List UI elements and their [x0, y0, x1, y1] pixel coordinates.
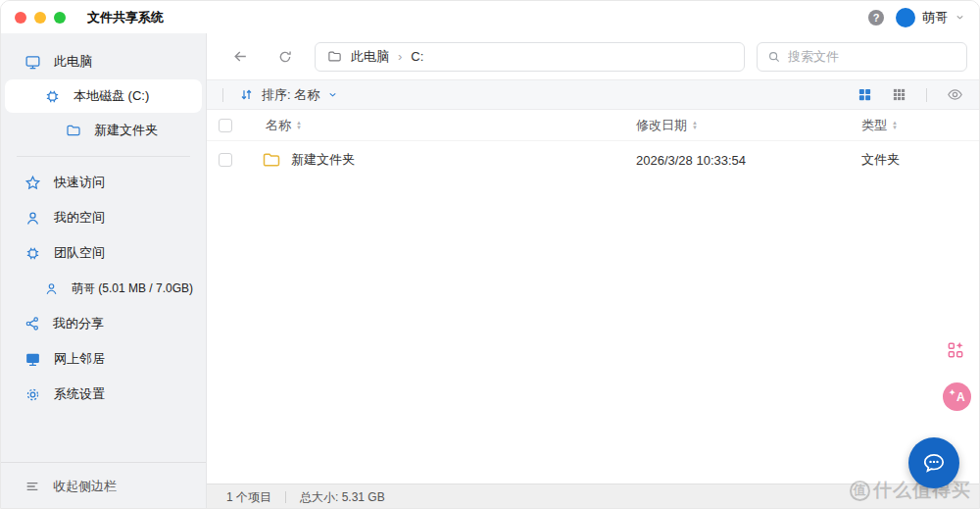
sidebar-item-label: 此电脑 [54, 53, 92, 71]
column-header-name[interactable]: 名称 ▲▼ [266, 117, 302, 134]
search-icon [767, 50, 781, 64]
sortbar-divider [222, 88, 223, 102]
sort-arrows-icon: ▲▼ [892, 121, 898, 130]
user-menu[interactable]: 萌哥 [896, 8, 965, 27]
sort-bar: 排序: 名称 [207, 79, 979, 110]
chat-button[interactable] [908, 437, 959, 488]
monitor-filled-icon [24, 351, 41, 368]
user-name: 萌哥 [922, 9, 948, 26]
star-icon [24, 175, 41, 191]
gear-icon [24, 386, 41, 403]
breadcrumb-root[interactable]: 此电脑 [351, 48, 389, 66]
file-name[interactable]: 新建文件夹 [291, 151, 355, 169]
grid-view-small-icon[interactable] [892, 87, 906, 102]
sidebar-item-user-storage[interactable]: 萌哥 (5.01 MB / 7.0GB) [1, 271, 206, 306]
file-modified-date: 2026/3/28 10:33:54 [636, 153, 746, 168]
select-all-checkbox[interactable] [219, 119, 232, 132]
sidebar-item-label: 本地磁盘 (C:) [74, 87, 149, 105]
app-window: 文件共享系统 ? 萌哥 此电脑 [0, 0, 980, 509]
sort-arrows-icon: ▲▼ [296, 121, 302, 130]
folder-icon [66, 123, 81, 138]
view-controls-divider [926, 88, 927, 102]
disk-icon [24, 245, 41, 262]
sidebar-item-label: 团队空间 [54, 244, 105, 262]
table-row[interactable]: 新建文件夹 2026/3/28 10:33:54 文件夹 [207, 141, 979, 178]
refresh-button[interactable] [273, 49, 297, 65]
titlebar-right: ? 萌哥 [868, 8, 965, 27]
share-icon [24, 316, 40, 331]
folder-icon [327, 49, 342, 64]
collapse-sidebar-label: 收起侧边栏 [53, 478, 117, 495]
row-checkbox[interactable] [219, 153, 232, 167]
breadcrumb-current[interactable]: C: [411, 49, 423, 64]
monitor-icon [24, 54, 41, 71]
sidebar-item-quick-access[interactable]: 快速访问 [1, 165, 206, 200]
search-input[interactable] [788, 49, 956, 64]
sidebar-item-new-folder[interactable]: 新建文件夹 [1, 113, 206, 148]
watermark-badge: 值 [850, 481, 870, 501]
main-panel: 此电脑 › C: 排序: 名称 [207, 33, 979, 509]
eye-icon[interactable] [947, 86, 963, 103]
avatar [896, 8, 915, 27]
item-count: 1 个项目 [226, 489, 271, 506]
translate-icon[interactable]: ✦A [943, 382, 971, 411]
app-title: 文件共享系统 [87, 9, 164, 26]
sort-control[interactable]: 排序: 名称 [239, 86, 338, 104]
help-icon[interactable]: ? [868, 10, 884, 25]
back-button[interactable] [228, 48, 252, 65]
search-box[interactable] [757, 42, 967, 72]
column-header-modified[interactable]: 修改日期 ▲▼ [636, 117, 698, 134]
sort-label: 排序: 名称 [262, 86, 319, 104]
sort-arrows-icon: ▲▼ [692, 121, 698, 130]
sidebar-item-label: 网上邻居 [54, 350, 105, 368]
breadcrumb[interactable]: 此电脑 › C: [315, 42, 745, 72]
grid-view-large-icon[interactable] [858, 87, 872, 102]
sidebar-item-my-shares[interactable]: 我的分享 [1, 306, 206, 341]
navigation-toolbar: 此电脑 › C: [207, 33, 979, 79]
sidebar-item-label: 快速访问 [54, 174, 105, 191]
chat-bubble-icon [921, 450, 947, 476]
sidebar-item-my-space[interactable]: 我的空间 [1, 200, 206, 235]
chevron-down-icon [327, 89, 338, 100]
sidebar-item-this-pc[interactable]: 此电脑 [1, 44, 206, 79]
sidebar: 此电脑 本地磁盘 (C:) 新建文件夹 快速访问 [1, 33, 207, 509]
zoom-button[interactable] [54, 12, 66, 24]
sort-icon [239, 87, 254, 102]
collapse-sidebar-icon [24, 479, 40, 494]
sidebar-item-system-settings[interactable]: 系统设置 [1, 377, 206, 412]
column-header-type[interactable]: 类型 ▲▼ [861, 117, 898, 134]
extension-widget-icon[interactable] [946, 340, 965, 360]
statusbar-divider [285, 491, 286, 503]
sidebar-item-label: 我的分享 [53, 315, 104, 332]
table-header: 名称 ▲▼ 修改日期 ▲▼ 类型 ▲▼ [207, 110, 979, 141]
file-type: 文件夹 [861, 151, 900, 169]
sidebar-item-local-disk-c[interactable]: 本地磁盘 (C:) [5, 79, 202, 113]
view-controls [858, 86, 963, 103]
watermark: 值 什么值得买 [850, 478, 971, 503]
chevron-down-icon [955, 12, 965, 23]
total-size: 总大小: 5.31 GB [300, 489, 385, 506]
breadcrumb-separator: › [398, 49, 402, 64]
minimize-button[interactable] [34, 12, 46, 24]
sidebar-item-label: 我的空间 [54, 209, 105, 227]
collapse-sidebar-button[interactable]: 收起侧边栏 [1, 462, 206, 509]
person-icon [24, 210, 41, 227]
sidebar-item-label: 萌哥 (5.01 MB / 7.0GB) [72, 280, 193, 297]
folder-icon [262, 150, 281, 170]
person-icon [44, 281, 59, 296]
traffic-lights [15, 12, 66, 24]
titlebar: 文件共享系统 ? 萌哥 [1, 1, 979, 33]
sidebar-item-network-neighbors[interactable]: 网上邻居 [1, 341, 206, 377]
disk-icon [44, 88, 61, 105]
file-list-empty-area[interactable] [207, 178, 979, 484]
sidebar-item-label: 新建文件夹 [94, 122, 158, 139]
sidebar-divider [17, 156, 190, 157]
sidebar-item-team-space[interactable]: 团队空间 [1, 235, 206, 271]
sidebar-item-label: 系统设置 [54, 385, 105, 403]
close-button[interactable] [15, 12, 26, 24]
